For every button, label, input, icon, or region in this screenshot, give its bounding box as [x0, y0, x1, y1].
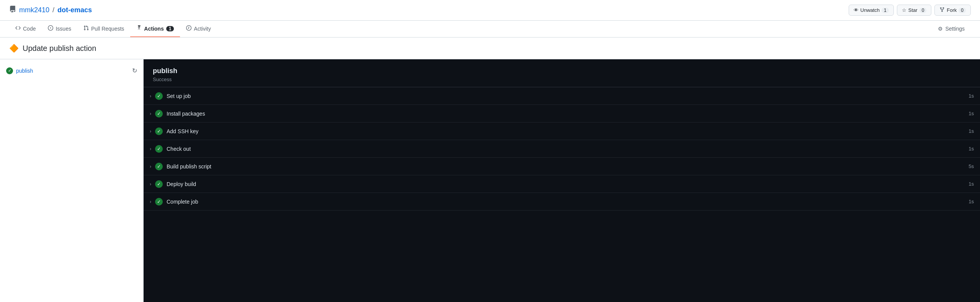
step-success-icon: ✓ — [155, 180, 163, 188]
step-label: Build publish script — [167, 163, 969, 170]
refresh-icon[interactable]: ↻ — [132, 67, 137, 74]
repo-separator: / — [52, 6, 54, 14]
step-chevron-icon[interactable]: › — [150, 146, 151, 152]
step-success-icon: ✓ — [155, 198, 163, 206]
step-item[interactable]: › ✓ Add SSH key 1s — [144, 122, 980, 140]
step-duration: 1s — [969, 128, 974, 134]
sidebar-item-content: ✓ publish — [6, 67, 129, 74]
sidebar-success-icon: ✓ — [6, 67, 13, 74]
step-success-icon: ✓ — [155, 145, 163, 153]
page-title: Update publish action — [23, 44, 96, 53]
tab-actions[interactable]: Actions 1 — [130, 21, 180, 37]
actions-icon — [136, 25, 142, 32]
star-button[interactable]: ☆ Star 0 — [897, 5, 932, 16]
tab-pull-requests[interactable]: Pull Requests — [77, 21, 130, 37]
step-item[interactable]: › ✓ Set up job 1s — [144, 87, 980, 105]
step-duration: 1s — [969, 111, 974, 116]
repo-icon — [9, 6, 16, 15]
page-title-emoji: 🔶 — [9, 44, 19, 53]
step-chevron-icon[interactable]: › — [150, 199, 151, 204]
issues-icon — [48, 25, 53, 32]
repo-title: mmk2410 / dot-emacs — [9, 6, 92, 15]
step-chevron-icon[interactable]: › — [150, 164, 151, 169]
step-item[interactable]: › ✓ Build publish script 5s — [144, 158, 980, 175]
step-duration: 1s — [969, 146, 974, 152]
step-label: Deploy build — [167, 181, 969, 187]
repo-actions: 👁 Unwatch 1 ☆ Star 0 Fork 0 — [849, 5, 971, 16]
sidebar: ✓ publish ↻ — [0, 59, 144, 302]
detail-status: Success — [153, 77, 971, 82]
repo-name-link[interactable]: dot-emacs — [57, 6, 92, 14]
fork-button[interactable]: Fork 0 — [934, 5, 971, 16]
tab-issues[interactable]: Issues — [42, 21, 77, 37]
pull-requests-icon — [83, 25, 89, 32]
steps-list: › ✓ Set up job 1s › ✓ Install packages 1… — [144, 87, 980, 211]
step-item[interactable]: › ✓ Complete job 1s — [144, 193, 980, 211]
step-chevron-icon[interactable]: › — [150, 111, 151, 116]
detail-header: publish Success — [144, 59, 980, 87]
step-label: Check out — [167, 146, 969, 152]
step-duration: 1s — [969, 181, 974, 187]
step-item[interactable]: › ✓ Install packages 1s — [144, 105, 980, 122]
settings-link[interactable]: ⚙ Settings — [932, 21, 971, 37]
star-label: Star — [908, 7, 918, 13]
step-success-icon: ✓ — [155, 163, 163, 170]
step-success-icon: ✓ — [155, 92, 163, 100]
activity-icon — [186, 25, 191, 32]
step-chevron-icon[interactable]: › — [150, 181, 151, 187]
sidebar-publish-item[interactable]: ✓ publish ↻ — [0, 64, 143, 77]
fork-icon — [939, 7, 945, 13]
page-title-bar: 🔶 Update publish action — [0, 38, 980, 59]
step-duration: 1s — [969, 93, 974, 99]
step-duration: 5s — [969, 163, 974, 169]
step-label: Complete job — [167, 199, 969, 205]
step-label: Set up job — [167, 93, 969, 99]
step-success-icon: ✓ — [155, 110, 163, 118]
tab-pull-requests-label: Pull Requests — [91, 26, 124, 32]
step-chevron-icon[interactable]: › — [150, 93, 151, 99]
star-count: 0 — [919, 8, 927, 13]
repo-header: mmk2410 / dot-emacs 👁 Unwatch 1 ☆ Star 0… — [0, 0, 980, 21]
actions-badge: 1 — [166, 26, 174, 31]
step-chevron-icon[interactable]: › — [150, 129, 151, 134]
tab-actions-label: Actions — [144, 26, 164, 32]
star-icon: ☆ — [902, 7, 906, 13]
step-item[interactable]: › ✓ Deploy build 1s — [144, 175, 980, 193]
step-label: Install packages — [167, 111, 969, 117]
step-success-icon: ✓ — [155, 127, 163, 135]
settings-icon: ⚙ — [938, 26, 943, 32]
unwatch-button[interactable]: 👁 Unwatch 1 — [849, 5, 894, 16]
nav-tabs-left: Code Issues Pull Requests Actions 1 Ac — [9, 21, 217, 37]
fork-label: Fork — [947, 7, 957, 13]
detail-panel: publish Success › ✓ Set up job 1s › ✓ In… — [144, 59, 980, 302]
unwatch-label: Unwatch — [861, 7, 880, 13]
sidebar-item-label: publish — [16, 68, 33, 74]
repo-owner-link[interactable]: mmk2410 — [19, 6, 49, 14]
fork-count: 0 — [959, 8, 966, 13]
step-duration: 1s — [969, 199, 974, 204]
settings-label: Settings — [945, 26, 965, 32]
tab-activity[interactable]: Activity — [180, 21, 217, 37]
unwatch-count: 1 — [882, 8, 889, 13]
step-label: Add SSH key — [167, 128, 969, 134]
tab-code[interactable]: Code — [9, 21, 42, 37]
unwatch-icon: 👁 — [854, 7, 859, 13]
tab-code-label: Code — [23, 26, 36, 32]
code-icon — [15, 25, 21, 32]
tab-issues-label: Issues — [56, 26, 71, 32]
detail-title: publish — [153, 67, 971, 75]
step-item[interactable]: › ✓ Check out 1s — [144, 140, 980, 158]
nav-tabs: Code Issues Pull Requests Actions 1 Ac — [0, 21, 980, 38]
main-layout: ✓ publish ↻ publish Success › ✓ Set up j… — [0, 59, 980, 302]
tab-activity-label: Activity — [194, 26, 211, 32]
